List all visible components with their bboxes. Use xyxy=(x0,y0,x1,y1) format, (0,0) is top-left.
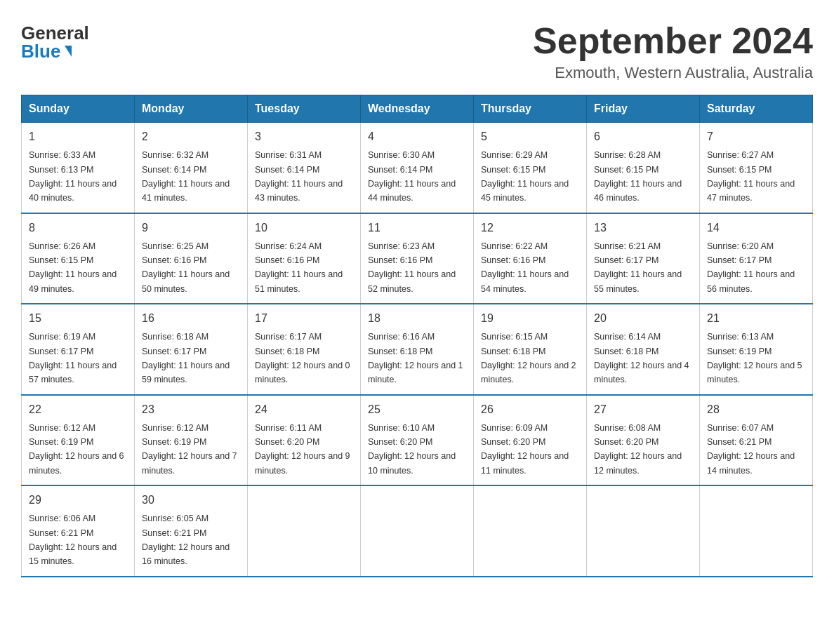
day-cell: 20 Sunrise: 6:14 AMSunset: 6:18 PMDaylig… xyxy=(587,304,700,395)
day-info: Sunrise: 6:23 AMSunset: 6:16 PMDaylight:… xyxy=(368,241,456,294)
day-number: 29 xyxy=(29,492,127,509)
logo-blue: Blue xyxy=(21,42,72,60)
day-info: Sunrise: 6:07 AMSunset: 6:21 PMDaylight:… xyxy=(707,423,795,476)
day-number: 19 xyxy=(481,310,579,327)
day-number: 10 xyxy=(255,220,353,236)
day-cell: 30 Sunrise: 6:05 AMSunset: 6:21 PMDaylig… xyxy=(135,485,248,577)
day-cell: 28 Sunrise: 6:07 AMSunset: 6:21 PMDaylig… xyxy=(700,395,813,486)
day-number: 30 xyxy=(142,492,240,509)
day-info: Sunrise: 6:16 AMSunset: 6:18 PMDaylight:… xyxy=(368,332,463,384)
day-info: Sunrise: 6:05 AMSunset: 6:21 PMDaylight:… xyxy=(142,514,230,566)
day-info: Sunrise: 6:12 AMSunset: 6:19 PMDaylight:… xyxy=(29,423,124,476)
day-number: 24 xyxy=(255,401,353,418)
title-section: September 2024 Exmouth, Western Australi… xyxy=(533,21,813,82)
week-row-2: 8 Sunrise: 6:26 AMSunset: 6:15 PMDayligh… xyxy=(22,213,813,304)
day-info: Sunrise: 6:27 AMSunset: 6:15 PMDaylight:… xyxy=(707,150,795,203)
day-number: 28 xyxy=(707,401,805,418)
day-number: 3 xyxy=(255,128,353,145)
day-cell: 6 Sunrise: 6:28 AMSunset: 6:15 PMDayligh… xyxy=(587,123,700,213)
logo-general: General xyxy=(21,24,89,42)
day-cell: 12 Sunrise: 6:22 AMSunset: 6:16 PMDaylig… xyxy=(474,213,587,304)
day-cell: 7 Sunrise: 6:27 AMSunset: 6:15 PMDayligh… xyxy=(700,123,813,213)
day-cell: 25 Sunrise: 6:10 AMSunset: 6:20 PMDaylig… xyxy=(361,395,474,486)
day-number: 17 xyxy=(255,310,353,327)
days-header-row: Sunday Monday Tuesday Wednesday Thursday… xyxy=(22,95,813,123)
day-cell xyxy=(361,485,474,577)
day-cell: 9 Sunrise: 6:25 AMSunset: 6:16 PMDayligh… xyxy=(135,213,248,304)
day-info: Sunrise: 6:21 AMSunset: 6:17 PMDaylight:… xyxy=(594,241,682,294)
day-cell: 19 Sunrise: 6:15 AMSunset: 6:18 PMDaylig… xyxy=(474,304,587,395)
day-number: 15 xyxy=(29,310,127,327)
header-friday: Friday xyxy=(587,95,700,123)
day-info: Sunrise: 6:13 AMSunset: 6:19 PMDaylight:… xyxy=(707,332,802,384)
day-cell: 3 Sunrise: 6:31 AMSunset: 6:14 PMDayligh… xyxy=(248,123,361,213)
day-cell: 15 Sunrise: 6:19 AMSunset: 6:17 PMDaylig… xyxy=(22,304,135,395)
day-cell xyxy=(700,485,813,577)
day-cell: 14 Sunrise: 6:20 AMSunset: 6:17 PMDaylig… xyxy=(700,213,813,304)
day-cell: 18 Sunrise: 6:16 AMSunset: 6:18 PMDaylig… xyxy=(361,304,474,395)
day-number: 26 xyxy=(481,401,579,418)
day-cell xyxy=(248,485,361,577)
day-info: Sunrise: 6:09 AMSunset: 6:20 PMDaylight:… xyxy=(481,423,569,476)
day-info: Sunrise: 6:24 AMSunset: 6:16 PMDaylight:… xyxy=(255,241,343,294)
day-info: Sunrise: 6:06 AMSunset: 6:21 PMDaylight:… xyxy=(29,514,117,566)
header-tuesday: Tuesday xyxy=(248,95,361,123)
day-cell: 8 Sunrise: 6:26 AMSunset: 6:15 PMDayligh… xyxy=(22,213,135,304)
day-info: Sunrise: 6:32 AMSunset: 6:14 PMDaylight:… xyxy=(142,150,230,203)
day-info: Sunrise: 6:19 AMSunset: 6:17 PMDaylight:… xyxy=(29,332,117,384)
day-info: Sunrise: 6:20 AMSunset: 6:17 PMDaylight:… xyxy=(707,241,795,294)
day-cell: 5 Sunrise: 6:29 AMSunset: 6:15 PMDayligh… xyxy=(474,123,587,213)
day-cell: 16 Sunrise: 6:18 AMSunset: 6:17 PMDaylig… xyxy=(135,304,248,395)
day-cell: 23 Sunrise: 6:12 AMSunset: 6:19 PMDaylig… xyxy=(135,395,248,486)
header-wednesday: Wednesday xyxy=(361,95,474,123)
day-cell: 26 Sunrise: 6:09 AMSunset: 6:20 PMDaylig… xyxy=(474,395,587,486)
logo-triangle-icon xyxy=(65,46,72,57)
day-number: 7 xyxy=(707,128,805,145)
day-cell: 27 Sunrise: 6:08 AMSunset: 6:20 PMDaylig… xyxy=(587,395,700,486)
day-info: Sunrise: 6:11 AMSunset: 6:20 PMDaylight:… xyxy=(255,423,350,476)
day-cell: 17 Sunrise: 6:17 AMSunset: 6:18 PMDaylig… xyxy=(248,304,361,395)
day-cell: 13 Sunrise: 6:21 AMSunset: 6:17 PMDaylig… xyxy=(587,213,700,304)
month-year-title: September 2024 xyxy=(533,21,813,61)
day-cell: 11 Sunrise: 6:23 AMSunset: 6:16 PMDaylig… xyxy=(361,213,474,304)
day-number: 18 xyxy=(368,310,466,327)
day-cell: 29 Sunrise: 6:06 AMSunset: 6:21 PMDaylig… xyxy=(22,485,135,577)
day-info: Sunrise: 6:31 AMSunset: 6:14 PMDaylight:… xyxy=(255,150,343,203)
day-info: Sunrise: 6:33 AMSunset: 6:13 PMDaylight:… xyxy=(29,150,117,203)
header-sunday: Sunday xyxy=(22,95,135,123)
day-number: 14 xyxy=(707,220,805,236)
day-info: Sunrise: 6:08 AMSunset: 6:20 PMDaylight:… xyxy=(594,423,682,476)
day-info: Sunrise: 6:14 AMSunset: 6:18 PMDaylight:… xyxy=(594,332,689,384)
day-info: Sunrise: 6:18 AMSunset: 6:17 PMDaylight:… xyxy=(142,332,230,384)
logo: General Blue xyxy=(21,24,89,60)
day-cell xyxy=(587,485,700,577)
week-row-5: 29 Sunrise: 6:06 AMSunset: 6:21 PMDaylig… xyxy=(22,485,813,577)
day-info: Sunrise: 6:25 AMSunset: 6:16 PMDaylight:… xyxy=(142,241,230,294)
day-number: 9 xyxy=(142,220,240,236)
day-number: 22 xyxy=(29,401,127,418)
header-saturday: Saturday xyxy=(700,95,813,123)
day-info: Sunrise: 6:30 AMSunset: 6:14 PMDaylight:… xyxy=(368,150,456,203)
day-cell: 10 Sunrise: 6:24 AMSunset: 6:16 PMDaylig… xyxy=(248,213,361,304)
day-number: 11 xyxy=(368,220,466,236)
week-row-1: 1 Sunrise: 6:33 AMSunset: 6:13 PMDayligh… xyxy=(22,123,813,213)
day-cell: 24 Sunrise: 6:11 AMSunset: 6:20 PMDaylig… xyxy=(248,395,361,486)
day-info: Sunrise: 6:12 AMSunset: 6:19 PMDaylight:… xyxy=(142,423,237,476)
day-info: Sunrise: 6:22 AMSunset: 6:16 PMDaylight:… xyxy=(481,241,569,294)
day-cell xyxy=(474,485,587,577)
calendar-table: Sunday Monday Tuesday Wednesday Thursday… xyxy=(21,95,813,577)
day-info: Sunrise: 6:29 AMSunset: 6:15 PMDaylight:… xyxy=(481,150,569,203)
day-number: 20 xyxy=(594,310,692,327)
page-header: General Blue September 2024 Exmouth, Wes… xyxy=(21,21,813,82)
day-number: 6 xyxy=(594,128,692,145)
day-number: 12 xyxy=(481,220,579,236)
day-number: 5 xyxy=(481,128,579,145)
day-number: 13 xyxy=(594,220,692,236)
week-row-4: 22 Sunrise: 6:12 AMSunset: 6:19 PMDaylig… xyxy=(22,395,813,486)
day-number: 21 xyxy=(707,310,805,327)
day-number: 1 xyxy=(29,128,127,145)
day-number: 2 xyxy=(142,128,240,145)
day-number: 27 xyxy=(594,401,692,418)
day-info: Sunrise: 6:15 AMSunset: 6:18 PMDaylight:… xyxy=(481,332,576,384)
day-info: Sunrise: 6:26 AMSunset: 6:15 PMDaylight:… xyxy=(29,241,117,294)
